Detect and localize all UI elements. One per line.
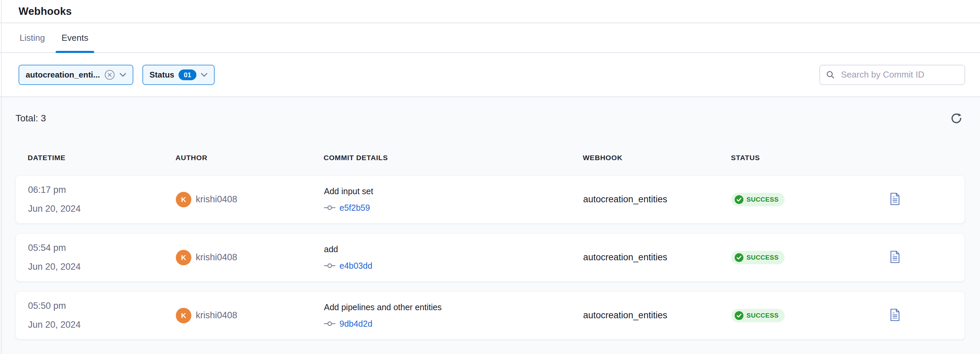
tab-bar: Listing Events: [0, 23, 980, 53]
status-badge: SUCCESS: [731, 193, 784, 206]
filter-bar: autocreation_enti... Status 01: [0, 53, 980, 97]
event-date: Jun 20, 2024: [28, 204, 176, 214]
webhook-name: autocreation_entities: [583, 310, 731, 321]
commit-id[interactable]: e4b03dd: [339, 261, 372, 271]
avatar: K: [176, 250, 191, 265]
column-header-webhook: WEBHOOK: [583, 154, 731, 162]
commit-details-cell: Add pipelines and other entities 9db4d2d: [324, 302, 583, 329]
event-time: 05:50 pm: [28, 301, 176, 311]
status-badge: SUCCESS: [731, 309, 784, 322]
author-cell: K krishi0408: [176, 192, 324, 207]
table-row: 05:50 pm Jun 20, 2024 K krishi0408 Add p…: [16, 291, 965, 340]
webhook-name: autocreation_entities: [583, 194, 731, 205]
status-badge-label: SUCCESS: [746, 312, 778, 319]
column-header-commit-details: COMMIT DETAILS: [324, 154, 583, 162]
avatar: K: [176, 308, 191, 323]
status-cell: SUCCESS: [731, 251, 890, 264]
datetime-cell: 05:50 pm Jun 20, 2024: [16, 301, 176, 330]
page-title: Webhooks: [19, 5, 72, 17]
column-header-status: STATUS: [731, 154, 889, 162]
status-filter-chip[interactable]: Status 01: [142, 65, 215, 85]
status-filter-label: Status: [150, 70, 174, 79]
commit-link[interactable]: e4b03dd: [324, 261, 372, 271]
refresh-icon[interactable]: [950, 112, 963, 125]
datetime-cell: 06:17 pm Jun 20, 2024: [16, 185, 176, 214]
webhook-name: autocreation_entities: [583, 252, 731, 263]
results-toolbar: Total: 3: [16, 97, 965, 125]
page-left-divider: [1, 0, 2, 354]
status-badge-label: SUCCESS: [746, 254, 778, 261]
column-header-datetime: DATETIME: [16, 154, 175, 162]
events-panel: Total: 3 DATETIME AUTHOR COMMIT DETAILS …: [0, 97, 980, 354]
commit-message: Add input set: [324, 186, 583, 196]
check-circle-icon: [735, 195, 743, 204]
commit-link[interactable]: 9db4d2d: [324, 319, 372, 329]
tab-events[interactable]: Events: [56, 23, 94, 52]
circle-x-icon[interactable]: [104, 70, 115, 80]
event-date: Jun 20, 2024: [28, 320, 176, 330]
commit-id[interactable]: e5f2b59: [339, 203, 370, 213]
search-box: [819, 65, 965, 85]
author-cell: K krishi0408: [176, 250, 324, 265]
status-badge: SUCCESS: [731, 251, 784, 264]
table-row: 06:17 pm Jun 20, 2024 K krishi0408 Add i…: [16, 175, 965, 224]
commit-link[interactable]: e5f2b59: [324, 203, 370, 213]
status-cell: SUCCESS: [731, 309, 890, 322]
webhook-filter-label: autocreation_enti...: [25, 70, 100, 79]
author-cell: K krishi0408: [176, 308, 324, 323]
author-name: krishi0408: [196, 194, 237, 205]
search-input[interactable]: [819, 65, 965, 85]
git-commit-icon: [324, 205, 336, 210]
actions-cell: [890, 308, 964, 323]
author-name: krishi0408: [196, 310, 237, 321]
actions-cell: [890, 192, 964, 207]
event-time: 05:54 pm: [28, 243, 176, 253]
page-header: Webhooks: [0, 0, 980, 23]
author-name: krishi0408: [196, 252, 237, 263]
table-row: 05:54 pm Jun 20, 2024 K krishi0408 add e…: [16, 233, 965, 281]
tab-listing[interactable]: Listing: [14, 23, 51, 52]
git-commit-icon: [324, 321, 336, 326]
total-count: Total: 3: [16, 113, 46, 124]
status-filter-count-badge: 01: [178, 70, 196, 80]
payload-details-icon[interactable]: [890, 192, 900, 207]
actions-cell: [890, 251, 964, 265]
webhook-filter-chip[interactable]: autocreation_enti...: [19, 65, 133, 85]
payload-details-icon[interactable]: [890, 251, 900, 265]
commit-message: add: [324, 244, 583, 254]
event-date: Jun 20, 2024: [28, 262, 176, 272]
commit-message: Add pipelines and other entities: [324, 302, 583, 312]
chevron-down-icon[interactable]: [201, 73, 208, 77]
status-badge-label: SUCCESS: [746, 196, 778, 203]
column-header-author: AUTHOR: [175, 154, 324, 162]
commit-id[interactable]: 9db4d2d: [339, 319, 372, 329]
check-circle-icon: [735, 253, 743, 262]
event-time: 06:17 pm: [28, 185, 176, 195]
avatar: K: [176, 192, 191, 207]
status-cell: SUCCESS: [731, 193, 890, 206]
commit-details-cell: Add input set e5f2b59: [324, 186, 583, 213]
table-header-row: DATETIME AUTHOR COMMIT DETAILS WEBHOOK S…: [16, 154, 965, 162]
check-circle-icon: [735, 311, 743, 320]
chevron-down-icon[interactable]: [119, 73, 126, 77]
datetime-cell: 05:54 pm Jun 20, 2024: [16, 243, 176, 272]
commit-details-cell: add e4b03dd: [324, 244, 583, 271]
git-commit-icon: [324, 263, 336, 268]
payload-details-icon[interactable]: [890, 308, 900, 323]
